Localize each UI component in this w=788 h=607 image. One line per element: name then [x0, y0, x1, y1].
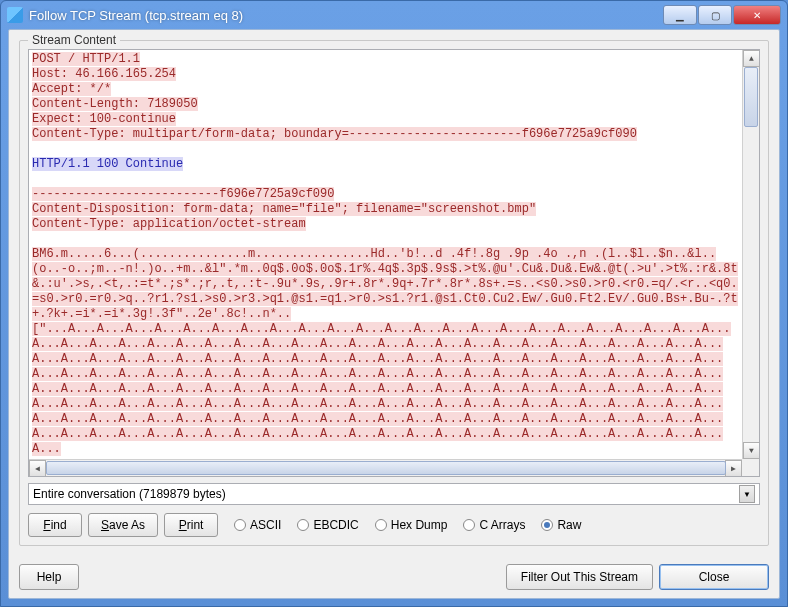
client-area: Stream Content POST / HTTP/1.1 Host: 46.…: [8, 29, 780, 599]
maximize-button[interactable]: ▢: [698, 5, 732, 25]
scroll-corner: [742, 459, 759, 476]
radio-hexdump[interactable]: Hex Dump: [375, 518, 448, 532]
stream-request-segment-3: ["...A...A...A...A...A...A...A...A...A..…: [32, 322, 731, 456]
stream-toolbar: Find Save As Print ASCII EBCDIC Hex Dump…: [28, 513, 760, 537]
conversation-select[interactable]: Entire conversation (7189879 bytes) ▼: [28, 483, 760, 505]
scroll-thumb[interactable]: [744, 67, 758, 127]
scroll-down-icon[interactable]: ▼: [743, 442, 760, 459]
window-title: Follow TCP Stream (tcp.stream eq 8): [29, 8, 243, 23]
radio-carrays[interactable]: C Arrays: [463, 518, 525, 532]
close-button[interactable]: ✕: [733, 5, 781, 25]
print-button[interactable]: Print: [164, 513, 218, 537]
wireshark-icon: [7, 7, 23, 23]
fieldset-legend: Stream Content: [28, 33, 120, 47]
stream-content-fieldset: Stream Content POST / HTTP/1.1 Host: 46.…: [19, 40, 769, 546]
window-frame: Follow TCP Stream (tcp.stream eq 8) ▁ ▢ …: [0, 0, 788, 607]
chevron-down-icon[interactable]: ▼: [739, 485, 755, 503]
close-dialog-button[interactable]: Close: [659, 564, 769, 590]
stream-response-segment: HTTP/1.1 100 Continue: [32, 157, 183, 171]
stream-request-segment: POST / HTTP/1.1 Host: 46.166.165.254 Acc…: [32, 52, 637, 141]
minimize-button[interactable]: ▁: [663, 5, 697, 25]
window-controls: ▁ ▢ ✕: [662, 5, 781, 25]
stream-textbox[interactable]: POST / HTTP/1.1 Host: 46.166.165.254 Acc…: [28, 49, 760, 477]
radio-ebcdic[interactable]: EBCDIC: [297, 518, 358, 532]
stream-request-segment-2: --------------------------f696e7725a9cf0…: [32, 187, 738, 321]
stream-text[interactable]: POST / HTTP/1.1 Host: 46.166.165.254 Acc…: [29, 50, 742, 459]
bottom-bar: Help Filter Out This Stream Close: [19, 564, 769, 590]
filter-out-button[interactable]: Filter Out This Stream: [506, 564, 653, 590]
horizontal-scrollbar[interactable]: ◀ ▶: [29, 459, 742, 476]
conversation-select-label: Entire conversation (7189879 bytes): [33, 487, 226, 501]
help-button[interactable]: Help: [19, 564, 79, 590]
scroll-left-icon[interactable]: ◀: [29, 460, 46, 477]
scroll-right-icon[interactable]: ▶: [725, 460, 742, 477]
titlebar[interactable]: Follow TCP Stream (tcp.stream eq 8) ▁ ▢ …: [1, 1, 787, 29]
vertical-scrollbar[interactable]: ▲ ▼: [742, 50, 759, 459]
scroll-up-icon[interactable]: ▲: [743, 50, 760, 67]
save-as-button[interactable]: Save As: [88, 513, 158, 537]
radio-raw[interactable]: Raw: [541, 518, 581, 532]
find-button[interactable]: Find: [28, 513, 82, 537]
hscroll-thumb[interactable]: [46, 461, 726, 475]
radio-ascii[interactable]: ASCII: [234, 518, 281, 532]
